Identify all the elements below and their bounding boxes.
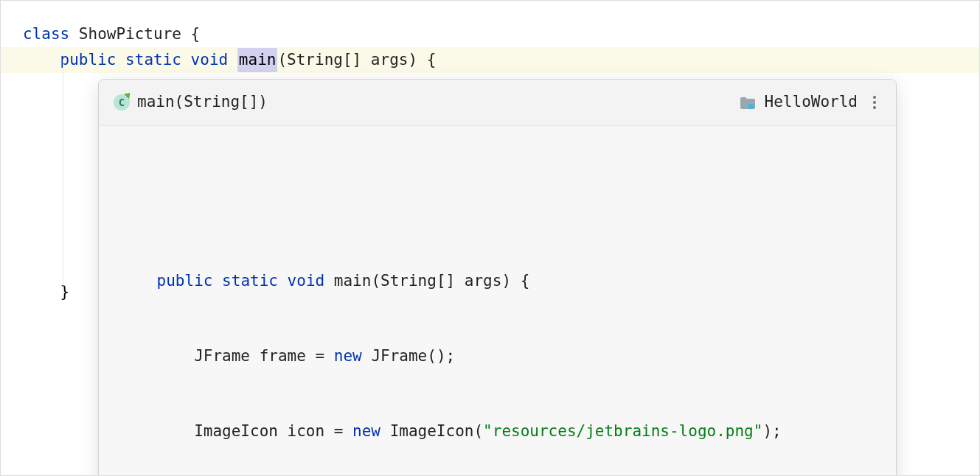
popup-line-2: JFrame frame = new JFrame(); <box>119 343 875 369</box>
more-options-icon[interactable] <box>868 93 881 112</box>
popup-line-1: public static void main(String[] args) { <box>119 268 875 294</box>
code-line-1[interactable]: class ShowPicture { <box>1 21 979 47</box>
keyword-class: class <box>23 22 69 47</box>
popup-header: C main(String[]) HelloWorld <box>99 80 896 126</box>
code-line-2[interactable]: public static void main(String[] args) { <box>1 47 979 73</box>
project-name: HelloWorld <box>765 90 858 115</box>
popup-code-body[interactable]: public static void main(String[] args) {… <box>99 126 896 476</box>
popup-header-right: HelloWorld <box>740 90 881 115</box>
popup-line-3: ImageIcon icon = new ImageIcon("resource… <box>119 419 875 444</box>
popup-title: main(String[]) <box>137 90 740 115</box>
quick-definition-popup: C main(String[]) HelloWorld public stati… <box>98 79 897 476</box>
class-decl: ShowPicture { <box>69 22 200 47</box>
indent-guide <box>63 60 63 299</box>
folder-icon <box>740 97 754 108</box>
svg-rect-0 <box>748 104 754 109</box>
popup-line-blank <box>119 193 875 219</box>
class-run-icon: C <box>114 94 130 111</box>
method-name-highlight: main <box>237 48 278 73</box>
